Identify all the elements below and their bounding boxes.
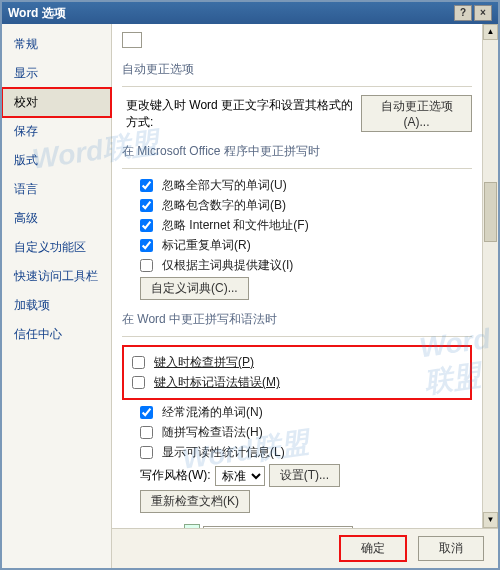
cb-readability-stats[interactable]: [140, 446, 153, 459]
lbl-main-dict-only: 仅根据主词典提供建议(I): [162, 257, 293, 274]
autocorrect-desc: 更改键入时 Word 更正文字和设置其格式的方式:: [126, 97, 357, 131]
cancel-button[interactable]: 取消: [418, 536, 484, 561]
cb-confused-words[interactable]: [140, 406, 153, 419]
lbl-flag-repeated: 标记重复单词(R): [162, 237, 251, 254]
ok-button[interactable]: 确定: [340, 536, 406, 561]
section-office-title: 在 Microsoft Office 程序中更正拼写时: [122, 135, 472, 166]
lbl-check-spelling-typing: 键入时检查拼写(P): [154, 354, 254, 371]
writing-style-settings-button[interactable]: 设置(T)...: [269, 464, 340, 487]
cb-ignore-uppercase[interactable]: [140, 179, 153, 192]
cb-ignore-internet[interactable]: [140, 219, 153, 232]
scroll-track[interactable]: [483, 40, 498, 512]
custom-dictionaries-button[interactable]: 自定义词典(C)...: [140, 277, 249, 300]
sidebar-item-addins[interactable]: 加载项: [2, 291, 111, 320]
titlebar: Word 选项 ? ×: [2, 2, 498, 24]
cb-grammar-with-spelling[interactable]: [140, 426, 153, 439]
scroll-up-button[interactable]: ▲: [483, 24, 498, 40]
sidebar-item-save[interactable]: 保存: [2, 117, 111, 146]
writing-style-label: 写作风格(W):: [140, 467, 211, 484]
vertical-scrollbar[interactable]: ▲ ▼: [482, 24, 498, 528]
sidebar-item-general[interactable]: 常规: [2, 30, 111, 59]
dialog-footer: 确定 取消: [112, 528, 498, 568]
autocorrect-options-button[interactable]: 自动更正选项(A)...: [361, 95, 472, 132]
scroll-down-button[interactable]: ▼: [483, 512, 498, 528]
word-options-dialog: Word 选项 ? × 常规 显示 校对 保存 版式 语言 高级 自定义功能区 …: [0, 0, 500, 570]
scroll-thumb[interactable]: [484, 182, 497, 242]
lbl-ignore-internet: 忽略 Internet 和文件地址(F): [162, 217, 309, 234]
cb-flag-repeated[interactable]: [140, 239, 153, 252]
lbl-grammar-with-spelling: 随拼写检查语法(H): [162, 424, 263, 441]
writing-style-select[interactable]: 标准: [215, 466, 265, 486]
dialog-title: Word 选项: [8, 5, 66, 22]
lbl-readability-stats: 显示可读性统计信息(L): [162, 444, 285, 461]
recheck-document-button[interactable]: 重新检查文档(K): [140, 490, 250, 513]
sidebar-item-customize-ribbon[interactable]: 自定义功能区: [2, 233, 111, 262]
close-button[interactable]: ×: [474, 5, 492, 21]
lbl-mark-grammar-typing: 键入时标记语法错误(M): [154, 374, 280, 391]
main-scroll: 自动更正选项 更改键入时 Word 更正文字和设置其格式的方式: 自动更正选项(…: [112, 24, 498, 568]
lbl-ignore-numbers: 忽略包含数字的单词(B): [162, 197, 286, 214]
help-button[interactable]: ?: [454, 5, 472, 21]
sidebar-item-layout[interactable]: 版式: [2, 146, 111, 175]
proofing-icon: [122, 32, 142, 48]
highlight-box-spellgrammar: 键入时检查拼写(P) 键入时标记语法错误(M): [122, 345, 472, 400]
sidebar-item-qat[interactable]: 快速访问工具栏: [2, 262, 111, 291]
main-panel: 自动更正选项 更改键入时 Word 更正文字和设置其格式的方式: 自动更正选项(…: [112, 24, 498, 568]
lbl-ignore-uppercase: 忽略全部大写的单词(U): [162, 177, 287, 194]
lbl-confused-words: 经常混淆的单词(N): [162, 404, 263, 421]
sidebar: 常规 显示 校对 保存 版式 语言 高级 自定义功能区 快速访问工具栏 加载项 …: [2, 24, 112, 568]
cb-ignore-numbers[interactable]: [140, 199, 153, 212]
cb-main-dict-only[interactable]: [140, 259, 153, 272]
section-autocorrect-title: 自动更正选项: [122, 53, 472, 84]
sidebar-item-trust-center[interactable]: 信任中心: [2, 320, 111, 349]
sidebar-item-advanced[interactable]: 高级: [2, 204, 111, 233]
sidebar-item-display[interactable]: 显示: [2, 59, 111, 88]
cb-mark-grammar-typing[interactable]: [132, 376, 145, 389]
cb-check-spelling-typing[interactable]: [132, 356, 145, 369]
sidebar-item-language[interactable]: 语言: [2, 175, 111, 204]
section-word-title: 在 Word 中更正拼写和语法时: [122, 303, 472, 334]
dialog-body: 常规 显示 校对 保存 版式 语言 高级 自定义功能区 快速访问工具栏 加载项 …: [2, 24, 498, 568]
sidebar-item-proofing[interactable]: 校对: [2, 88, 111, 117]
